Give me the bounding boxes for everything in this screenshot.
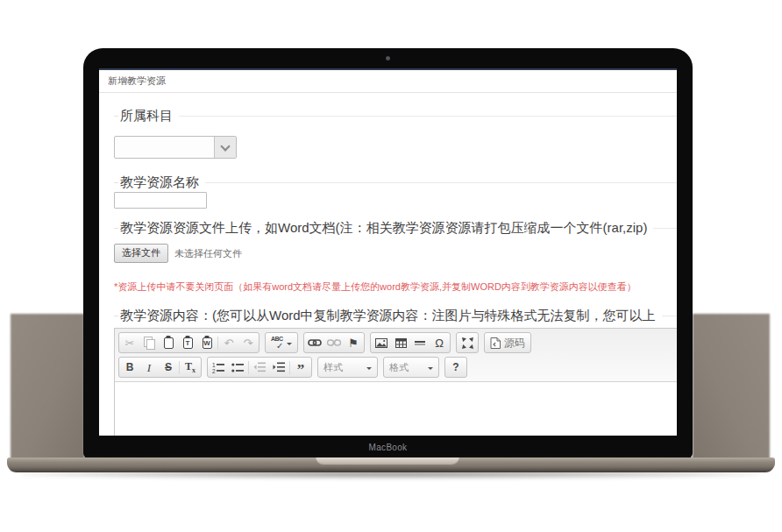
legend-line: [662, 316, 677, 316]
decrease-indent-icon: [253, 362, 266, 372]
remove-format-t: T: [185, 360, 192, 372]
redo-icon: ↷: [244, 337, 253, 349]
web-page: 新增教学资源 所属科目 教学资源名称: [99, 70, 677, 436]
select-dropdown-button[interactable]: [214, 137, 236, 158]
upload-label: 教学资源资源文件上传，如Word文档(注：相关教学资源资源请打包压缩成一个文件(…: [118, 220, 653, 237]
horizontal-rule-icon: [415, 340, 425, 346]
stage: 新增教学资源 所属科目 教学资源名称: [0, 0, 782, 532]
decrease-indent-button[interactable]: [250, 358, 269, 377]
upload-legend: 教学资源资源文件上传，如Word文档(注：相关教学资源资源请打包压缩成一个文件(…: [114, 219, 677, 237]
separator: [289, 361, 290, 374]
maximize-button[interactable]: [458, 333, 477, 352]
laptop-shadow-left: [11, 314, 84, 471]
anchor-flag-icon: ⚑: [348, 337, 359, 349]
link-icon: [308, 338, 322, 347]
numbered-list-button[interactable]: 12: [209, 358, 228, 377]
styles-combo-label: 样式: [323, 361, 365, 374]
editor-content-area[interactable]: [115, 382, 677, 436]
omega-icon: Ω: [435, 337, 444, 349]
cut-button[interactable]: ✂: [120, 333, 139, 352]
webcam-icon: [386, 56, 390, 60]
macbook-brand-label: MacBook: [83, 443, 693, 452]
resource-name-input[interactable]: [114, 192, 207, 209]
source-button-label: 源码: [504, 336, 525, 351]
styles-combo[interactable]: 样式: [317, 357, 378, 378]
caret-down-icon: [287, 343, 292, 348]
upload-warning-text: *资源上传中请不要关闭页面（如果有word文档请尽量上传您的word教学资源,并…: [114, 280, 677, 294]
paste-plain-mark: T: [184, 338, 192, 348]
legend-line: [653, 228, 677, 229]
laptop-screen: 新增教学资源 所属科目 教学资源名称: [99, 68, 677, 436]
link-button[interactable]: [305, 333, 324, 352]
source-document-icon: [490, 337, 501, 349]
subject-select-value: [115, 137, 214, 158]
link-group: ⚑: [303, 332, 365, 353]
bulleted-list-icon: [231, 362, 244, 373]
separator: [248, 361, 249, 374]
increase-indent-icon: [273, 362, 285, 372]
toolbar-row-1: ✂ T W ↶ ↷: [118, 332, 677, 357]
bold-icon: B: [126, 362, 134, 372]
unlink-icon: [327, 338, 341, 347]
maximize-group: [456, 332, 479, 353]
spell-check-mark: ✓: [276, 341, 283, 351]
remove-format-icon: Tx: [185, 360, 196, 374]
legend-line: [179, 116, 677, 117]
legend-line: [205, 182, 677, 183]
source-group: 源码: [484, 332, 531, 353]
table-icon: [395, 338, 407, 348]
separator: [179, 361, 180, 374]
content-label: 教学资源内容：(您可以从Word中复制教学资源内容：注图片与特殊格式无法复制，您…: [118, 308, 662, 324]
remove-format-button[interactable]: Tx: [181, 358, 200, 377]
strikethrough-icon: S: [165, 362, 172, 372]
laptop-base-notch: [316, 458, 459, 465]
unlink-button[interactable]: [324, 333, 344, 352]
paste-plain-text-button[interactable]: T: [178, 333, 197, 352]
increase-indent-button[interactable]: [269, 358, 288, 377]
editor-toolbar: ✂ T W ↶ ↷: [115, 329, 677, 382]
bold-button[interactable]: B: [120, 358, 139, 377]
no-file-chosen-text: 未选择任何文件: [174, 247, 242, 260]
horizontal-rule-button[interactable]: [410, 333, 430, 352]
bulleted-list-button[interactable]: [228, 358, 247, 377]
content-legend: 教学资源内容：(您可以从Word中复制教学资源内容：注图片与特殊格式无法复制，您…: [114, 307, 677, 324]
copy-button[interactable]: [139, 333, 159, 352]
insert-table-button[interactable]: [391, 333, 410, 352]
source-button[interactable]: 源码: [486, 333, 530, 352]
blockquote-button[interactable]: ”: [291, 358, 310, 377]
strikethrough-button[interactable]: S: [159, 358, 178, 377]
undo-icon: ↶: [224, 337, 234, 349]
name-legend: 教学资源名称: [114, 174, 677, 191]
subject-select[interactable]: [114, 136, 237, 159]
rich-text-editor: ✂ T W ↶ ↷: [114, 328, 677, 436]
anchor-button[interactable]: ⚑: [344, 333, 363, 352]
cut-icon: ✂: [125, 337, 135, 349]
paste-plain-text-icon: T: [183, 337, 193, 349]
insert-group: Ω: [370, 332, 451, 353]
resource-form: 所属科目 教学资源名称: [99, 93, 677, 436]
choose-file-button[interactable]: 选择文件: [114, 244, 168, 263]
caret-down-icon: [428, 367, 433, 372]
format-combo[interactable]: 格式: [383, 357, 439, 378]
subject-label: 所属科目: [118, 108, 179, 124]
paste-button[interactable]: [159, 333, 178, 352]
undo-button[interactable]: ↶: [219, 333, 238, 352]
laptop-floor-shadow: [23, 470, 759, 479]
italic-button[interactable]: I: [139, 358, 159, 377]
special-character-button[interactable]: Ω: [430, 333, 449, 352]
paste-icon: [164, 337, 174, 349]
spellcheck-group: ABC ✓: [265, 332, 298, 353]
insert-image-button[interactable]: [372, 333, 391, 352]
spellcheck-icon: ABC ✓: [271, 336, 285, 350]
paste-from-word-button[interactable]: W: [197, 333, 217, 352]
spellcheck-button[interactable]: ABC ✓: [267, 333, 296, 352]
copy-icon: [144, 337, 153, 347]
subject-legend: 所属科目: [114, 107, 677, 124]
chevron-down-icon: [220, 141, 230, 151]
separator: [217, 337, 218, 350]
maximize-icon: [462, 337, 473, 349]
blockquote-icon: ”: [297, 367, 305, 373]
help-button[interactable]: ?: [446, 358, 466, 377]
redo-button[interactable]: ↷: [238, 333, 258, 352]
name-label: 教学资源名称: [118, 174, 205, 191]
